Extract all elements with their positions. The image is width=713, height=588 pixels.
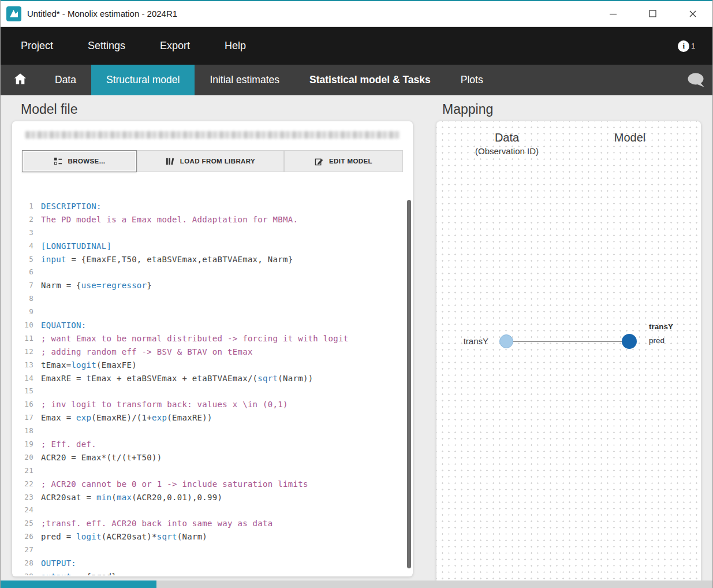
code-line: 26pred = logit(ACR20sat)*sqrt(Narm) <box>12 530 413 544</box>
model-file-heading: Model file <box>21 102 77 117</box>
library-books-icon <box>166 157 174 166</box>
mapping-connection-line <box>513 341 622 342</box>
code-line: 10EQUATION: <box>12 319 413 332</box>
tab-plots[interactable]: Plots <box>446 65 498 95</box>
mapping-model-column-header: Model <box>592 131 667 144</box>
close-button[interactable] <box>673 1 712 26</box>
mapping-data-node[interactable] <box>499 334 513 348</box>
info-icon[interactable]: i <box>678 40 689 52</box>
home-icon <box>14 73 27 88</box>
notification-count: 1 <box>691 42 695 50</box>
menu-bar: Project Settings Export Help i 1 <box>1 27 712 65</box>
tab-statistical-model-tasks[interactable]: Statistical model & Tasks <box>294 65 446 95</box>
mapping-model-name: transY <box>649 322 673 331</box>
menu-help[interactable]: Help <box>207 27 263 65</box>
model-file-card: BROWSE... LOAD FROM LIBRARY EDIT MODEL 1… <box>12 121 413 576</box>
mapping-heading: Mapping <box>442 102 493 117</box>
code-line: 4[LONGITUDINAL] <box>12 240 413 253</box>
model-file-actions: BROWSE... LOAD FROM LIBRARY EDIT MODEL <box>22 150 403 172</box>
tab-bar-right <box>687 65 712 95</box>
mapping-card: Data (Observation ID) Model transY trans… <box>436 121 701 588</box>
load-from-library-button-label: LOAD FROM LIBRARY <box>180 158 255 165</box>
code-line: 17Emax = exp(EmaxRE)/(1+exp(EmaxRE)) <box>12 411 413 425</box>
edit-pencil-icon <box>315 157 323 166</box>
mapping-model-output: pred <box>649 336 673 345</box>
edit-model-button-label: EDIT MODEL <box>329 158 372 165</box>
code-editor[interactable]: 1DESCRIPTION:2The PD model is a Emax mod… <box>12 198 413 575</box>
title-bar: Untitled* - Monolix estimation - 2024R1 <box>1 0 712 26</box>
code-line: 16; inv logit to transform back: values … <box>12 398 413 411</box>
code-line: 27 <box>12 544 413 557</box>
editor-scrollbar[interactable] <box>407 200 411 568</box>
code-line: 15 <box>12 385 413 398</box>
mapping-model-labels: transY pred <box>649 322 673 345</box>
main-content: Model file BROWSE... LOAD FROM LIBRARY <box>1 95 712 580</box>
code-line: 20ACR20 = Emax*(t/(t+T50)) <box>12 451 413 464</box>
feedback-bubble-icon[interactable] <box>687 72 705 88</box>
notification-area: i 1 <box>678 40 695 52</box>
code-line: 6 <box>12 266 413 279</box>
tab-home[interactable] <box>1 65 40 95</box>
maximize-button[interactable] <box>633 1 673 26</box>
code-line: 5input = {EmaxFE,T50, etaBSVEmax,etaBTVA… <box>12 253 413 266</box>
monolix-window: Untitled* - Monolix estimation - 2024R1 … <box>0 0 713 588</box>
code-line: 3 <box>12 226 413 240</box>
mapping-model-node[interactable] <box>622 334 637 349</box>
code-line: 29output = {pred} <box>12 570 413 575</box>
status-bar <box>1 580 712 588</box>
code-line: 18 <box>12 425 413 438</box>
window-title: Untitled* - Monolix estimation - 2024R1 <box>27 9 177 18</box>
load-from-library-button[interactable]: LOAD FROM LIBRARY <box>137 150 284 172</box>
code-line: 8 <box>12 292 413 306</box>
browse-button-label: BROWSE... <box>68 158 106 165</box>
mapping-data-header-label: Data <box>436 131 577 144</box>
code-line: 22; ACR20 cannot be 0 or 1 -> include sa… <box>12 478 413 491</box>
code-line: 24 <box>12 504 413 517</box>
code-line: 7Narm = {use=regressor} <box>12 279 413 292</box>
edit-model-button[interactable]: EDIT MODEL <box>284 150 403 172</box>
monolix-logo-icon <box>6 6 21 21</box>
menu-export[interactable]: Export <box>143 27 207 65</box>
code-line: 11; want Emax to be normal distributed -… <box>12 332 413 345</box>
mapping-data-subheader: (Observation ID) <box>436 146 577 156</box>
minimize-button[interactable] <box>593 1 633 26</box>
tab-initial-estimates[interactable]: Initial estimates <box>195 65 294 95</box>
status-progress-bar <box>1 580 156 588</box>
code-line: 12; adding random eff -> BSV & BTAV on t… <box>12 345 413 359</box>
tab-data[interactable]: Data <box>40 65 91 95</box>
code-line: 1DESCRIPTION: <box>12 200 413 213</box>
tab-structural-model[interactable]: Structural model <box>91 65 195 95</box>
tab-bar: Data Structural model Initial estimates … <box>1 65 712 95</box>
code-line: 21 <box>12 464 413 478</box>
code-lines: 1DESCRIPTION:2The PD model is a Emax mod… <box>12 200 413 575</box>
code-line: 2The PD model is a Emax model. Addaptati… <box>12 213 413 226</box>
browse-tree-icon <box>54 157 62 166</box>
code-line: 28OUTPUT: <box>12 557 413 570</box>
mapping-data-column-header: Data (Observation ID) <box>436 131 577 156</box>
code-line: 25;transf. eff. ACR20 back into same way… <box>12 517 413 530</box>
code-line: 9 <box>12 306 413 319</box>
menu-project[interactable]: Project <box>3 27 70 65</box>
mapping-data-label: transY <box>436 336 488 346</box>
code-line: 19; Eff. def. <box>12 438 413 451</box>
window-controls <box>593 1 712 26</box>
code-line: 23ACR20sat = min(max(ACR20,0.01),0.99) <box>12 491 413 504</box>
model-file-path-redacted <box>25 131 400 139</box>
browse-button[interactable]: BROWSE... <box>22 150 137 172</box>
code-line: 14EmaxRE = tEmax + etaBSVEmax + etaBTVAE… <box>12 372 413 385</box>
menu-settings[interactable]: Settings <box>70 27 143 65</box>
code-line: 13tEmax=logit(EmaxFE) <box>12 359 413 372</box>
